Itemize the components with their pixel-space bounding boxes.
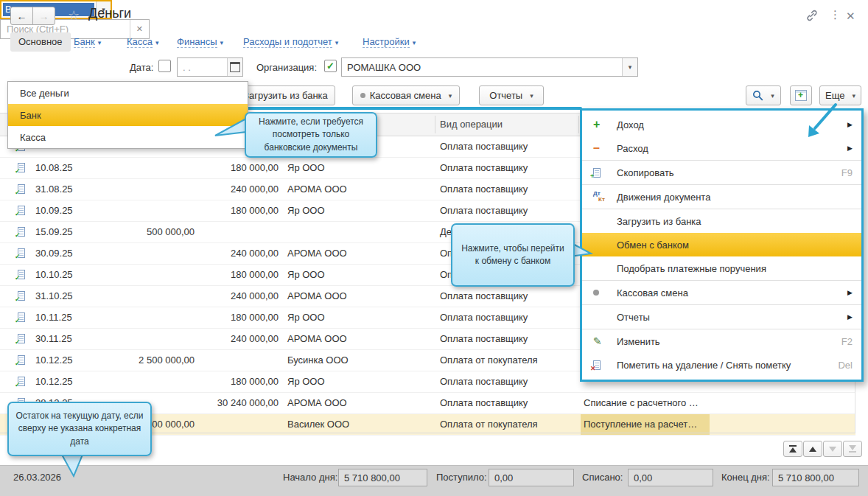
search-settings-button[interactable]: ▾ — [746, 85, 781, 105]
submenu-arrow-icon: ▶ — [847, 313, 853, 321]
posted-document-icon: ✓ — [18, 184, 25, 194]
cell-expense: 180 000,00 — [200, 158, 279, 178]
chevron-down-icon: ▾ — [413, 39, 416, 46]
forward-button[interactable]: → — [32, 7, 55, 25]
menu-item[interactable]: ✎ИзменитьF2 — [582, 329, 861, 353]
calendar-icon[interactable] — [227, 58, 242, 76]
menu-item-label: Подобрать платежные поручения — [617, 263, 766, 274]
submenu-arrow-icon: ▶ — [847, 144, 853, 152]
get-link-icon[interactable] — [805, 10, 819, 24]
kebab-menu-icon[interactable]: ⋮ — [830, 8, 841, 21]
cell-date: 10.09.25 — [35, 200, 73, 221]
chevron-down-icon: ▾ — [530, 92, 533, 99]
minus-icon: – — [593, 143, 600, 153]
received-value: 0,00 — [489, 469, 574, 486]
tab-settings[interactable]: Настройки▾ — [363, 32, 416, 52]
menu-item[interactable]: Подобрать платежные поручения — [582, 256, 861, 280]
reports-button[interactable]: Отчеты ▾ — [479, 85, 544, 105]
org-filter-checkbox[interactable]: ✓ — [324, 60, 337, 72]
annotation-line — [243, 107, 582, 110]
dot-icon — [360, 93, 365, 98]
cell-counterparty: Яр ООО — [287, 307, 325, 328]
cell-operation: Оплата поставщику — [440, 307, 528, 328]
back-button[interactable]: ← — [10, 7, 33, 25]
tab-cash[interactable]: Касса▾ — [127, 32, 159, 52]
go-first-button[interactable] — [783, 441, 802, 457]
date-filter-checkbox[interactable] — [158, 60, 171, 72]
cell-operation: Оплата от покупателя — [440, 414, 538, 435]
cell-operation: Оплата поставщику — [440, 136, 528, 157]
column-header-operation[interactable]: Вид операции — [440, 113, 503, 136]
menu-item-label: Доход — [617, 119, 644, 130]
dropdown-item[interactable]: Банк — [8, 104, 248, 126]
menu-item[interactable]: Обмен с банком — [582, 233, 861, 256]
date-filter-label: Дата: — [130, 62, 153, 73]
cell-counterparty: Яр ООО — [287, 158, 325, 178]
dropdown-item[interactable]: Все деньги — [8, 82, 248, 104]
day-end-label: Конец дня: — [721, 472, 770, 483]
menu-item[interactable]: Отчеты▶ — [582, 305, 861, 329]
date-input[interactable]: . . — [177, 57, 243, 77]
cell-counterparty: Яр ООО — [287, 371, 325, 392]
posted-document-icon: ✓ — [18, 355, 25, 365]
day-start-value: 5 710 800,00 — [338, 469, 427, 486]
tab-finance[interactable]: Финансы▾ — [177, 32, 223, 52]
page-title: Деньги — [88, 6, 131, 21]
cell-expense: 180 000,00 — [200, 265, 279, 285]
cell-document-type: Поступление на расчет… — [581, 414, 710, 435]
posted-document-icon: ✓ — [18, 291, 25, 301]
cell-expense: 240 000,00 — [200, 286, 279, 307]
cell-expense: 180 000,00 — [200, 200, 279, 221]
cell-date: 15.09.25 — [35, 222, 73, 242]
written-off-value: 0,00 — [628, 469, 713, 486]
cell-operation: Оплата поставщику — [440, 371, 528, 392]
chevron-down-icon[interactable]: ▾ — [622, 58, 637, 76]
cell-operation: Де — [440, 222, 452, 242]
menu-item[interactable]: ✕Пометить на удаление / Снять пометкуDel — [582, 353, 861, 377]
cell-date: 10.12.25 — [35, 371, 73, 392]
cell-income: 2 500 000,00 — [74, 350, 195, 371]
menu-item[interactable]: Загрузить из банка — [582, 209, 861, 233]
tab-main[interactable]: Основное — [10, 32, 71, 52]
load-from-bank-button[interactable]: Загрузить из банка — [236, 85, 335, 105]
menu-item-label: Скопировать — [617, 167, 674, 178]
menu-item[interactable]: +СкопироватьF9 — [582, 161, 861, 184]
cell-income: 500 000,00 — [74, 222, 195, 242]
tab-expenses[interactable]: Расходы и подотчет▾ — [243, 32, 338, 52]
cell-date: 30.11.25 — [35, 329, 72, 349]
dropdown-item[interactable]: Касса — [8, 126, 248, 148]
cell-date: 31.08.25 — [35, 179, 73, 200]
tooltip-balance: Остаток на текущую дату, если сверху не … — [7, 402, 152, 456]
cash-shift-button[interactable]: Кассовая смена ▾ — [352, 85, 460, 105]
cell-operation: Оплата поставщику — [440, 179, 528, 200]
scroll-up-button[interactable] — [803, 441, 822, 457]
cell-date: 10.11.25 — [35, 307, 72, 328]
cell-date: 10.12.25 — [35, 350, 73, 371]
cell-counterparty: АРОМА ООО — [287, 286, 347, 307]
menu-item-label: Кассовая смена — [617, 287, 688, 298]
pencil-icon: ✎ — [593, 335, 602, 347]
tooltip-bank: Нажмите, если требуется посмотреть тольк… — [245, 112, 377, 158]
posted-document-icon: ✓ — [18, 312, 25, 322]
search-icon — [752, 90, 763, 101]
tab-bank[interactable]: Банк▾ — [74, 32, 101, 52]
money-dropdown: Все деньгиБанкКасса — [7, 81, 248, 149]
favorite-star-icon[interactable]: ☆ — [68, 7, 80, 24]
menu-item[interactable]: ДтКтДвижения документа — [582, 185, 861, 209]
posted-document-icon: ✓ — [18, 163, 25, 172]
scroll-down-button[interactable] — [823, 441, 842, 457]
menu-item-label: Обмен с банком — [617, 240, 689, 251]
cell-expense: 240 000,00 — [200, 179, 279, 200]
submenu-arrow-icon: ▶ — [847, 121, 853, 128]
cell-operation: Оплата поставщику — [440, 393, 528, 413]
organization-input[interactable]: РОМАШКА ООО ▾ — [341, 57, 638, 77]
chevron-down-icon: ▾ — [335, 39, 339, 46]
menu-item-label: Изменить — [617, 336, 660, 347]
cell-expense: 180 000,00 — [200, 307, 279, 328]
menu-item[interactable]: Кассовая смена▶ — [582, 281, 861, 304]
menu-item-label: Загрузить из банка — [617, 216, 701, 227]
posted-document-icon: ✓ — [18, 206, 25, 215]
go-last-button[interactable] — [843, 441, 862, 457]
cell-counterparty: Василек ООО — [287, 414, 349, 435]
close-icon[interactable]: ✕ — [846, 10, 855, 23]
